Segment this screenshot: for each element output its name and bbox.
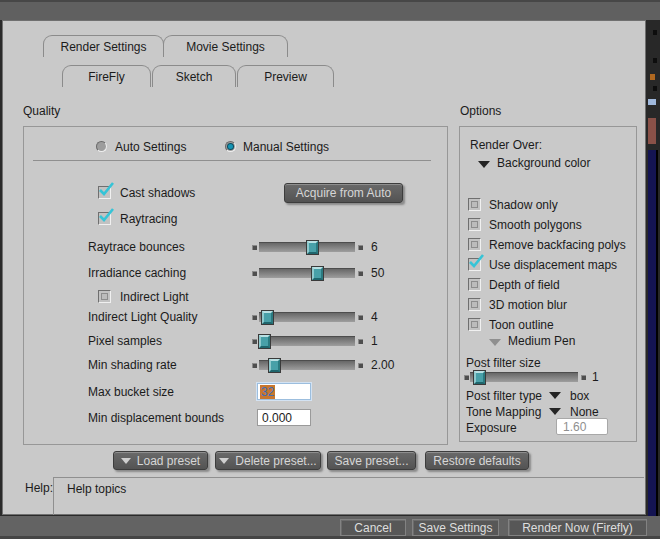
strip-tick [653, 86, 657, 91]
slider-end-cap [358, 339, 363, 344]
button-label: Save preset... [334, 454, 408, 468]
motion-blur-label: 3D motion blur [489, 298, 567, 312]
slider-handle[interactable] [259, 335, 270, 348]
use-displacement-maps-label: Use displacement maps [489, 258, 617, 272]
strip-decor [650, 74, 655, 80]
slider-handle[interactable] [269, 359, 280, 372]
slider-handle[interactable] [262, 311, 273, 324]
shadow-only-checkbox[interactable] [468, 198, 481, 211]
cast-shadows-checkbox[interactable] [98, 186, 111, 199]
pen-style-value[interactable]: Medium Pen [508, 334, 575, 348]
manual-settings-label: Manual Settings [243, 140, 329, 154]
indirect-light-quality-slider[interactable] [259, 312, 355, 322]
slider-handle[interactable] [474, 371, 485, 384]
button-label: Cancel [354, 521, 391, 535]
acquire-from-auto-button[interactable]: Acquire from Auto [284, 183, 403, 203]
tab-preview[interactable]: Preview [237, 65, 334, 87]
min-shading-rate-label: Min shading rate [88, 358, 177, 372]
chevron-down-icon[interactable] [489, 339, 501, 346]
toon-outline-checkbox[interactable] [468, 318, 481, 331]
chevron-down-icon [121, 458, 131, 464]
use-displacement-maps-checkbox[interactable] [468, 258, 481, 271]
save-settings-button[interactable]: Save Settings [412, 519, 499, 536]
slider-end-cap [252, 245, 257, 250]
cancel-button[interactable]: Cancel [340, 519, 406, 536]
slider-end-cap [358, 315, 363, 320]
auto-settings-radio[interactable] [96, 141, 107, 152]
post-filter-size-slider[interactable] [470, 372, 578, 382]
shadow-only-label: Shadow only [489, 198, 558, 212]
render-over-value[interactable]: Background color [497, 156, 590, 170]
tab-movie-settings[interactable]: Movie Settings [163, 35, 288, 57]
raytrace-bounces-slider[interactable] [259, 242, 355, 252]
tone-mapping-value[interactable]: None [570, 405, 599, 419]
post-filter-size-label: Post filter size [466, 356, 541, 370]
restore-defaults-button[interactable]: Restore defaults [425, 451, 529, 470]
irradiance-caching-slider[interactable] [259, 268, 355, 278]
slider-handle[interactable] [312, 267, 323, 280]
tab-render-settings[interactable]: Render Settings [43, 35, 164, 57]
check-icon [468, 254, 485, 269]
chevron-down-icon[interactable] [478, 161, 490, 168]
slider-end-cap [252, 271, 257, 276]
min-displacement-bounds-label: Min displacement bounds [88, 411, 224, 425]
depth-of-field-checkbox[interactable] [468, 278, 481, 291]
input-value: 1.60 [563, 420, 586, 434]
slider-end-cap [358, 271, 363, 276]
tab-label: FireFly [88, 70, 125, 84]
check-icon [98, 208, 115, 223]
raytracing-label: Raytracing [120, 212, 177, 226]
post-filter-type-value[interactable]: box [570, 389, 589, 403]
indirect-light-quality-value: 4 [371, 310, 378, 324]
strip-decor [648, 99, 656, 105]
quality-separator [33, 160, 431, 161]
indirect-light-label: Indirect Light [120, 290, 189, 304]
poser-render-settings-window: Render Settings Movie Settings FireFly S… [0, 0, 660, 539]
min-shading-rate-slider[interactable] [259, 360, 355, 370]
save-preset-button[interactable]: Save preset... [327, 451, 416, 470]
tab-sketch[interactable]: Sketch [152, 65, 236, 87]
smooth-polygons-label: Smooth polygons [489, 218, 582, 232]
slider-end-cap [358, 363, 363, 368]
remove-backfacing-checkbox[interactable] [468, 238, 481, 251]
tone-mapping-label: Tone Mapping [466, 405, 541, 419]
render-over-label: Render Over: [470, 138, 542, 152]
min-displacement-bounds-input[interactable]: 0.000 [257, 409, 311, 426]
raytrace-bounces-value: 6 [371, 240, 378, 254]
selected-text: 32 [260, 385, 275, 399]
manual-settings-radio[interactable] [225, 141, 236, 152]
button-label: Render Now (Firefly) [522, 521, 633, 535]
irradiance-caching-label: Irradiance caching [88, 266, 186, 280]
slider-end-cap [358, 245, 363, 250]
raytracing-checkbox[interactable] [98, 212, 111, 225]
indirect-light-quality-label: Indirect Light Quality [88, 310, 197, 324]
checkbox-inner [471, 241, 478, 248]
min-shading-rate-value: 2.00 [371, 358, 394, 372]
slider-end-cap [252, 363, 257, 368]
tab-firefly[interactable]: FireFly [62, 65, 151, 87]
help-topics-link[interactable]: Help topics [67, 482, 126, 496]
checkbox-inner [471, 321, 478, 328]
quality-section-title: Quality [23, 104, 60, 118]
delete-preset-button[interactable]: Delete preset... [215, 451, 321, 470]
smooth-polygons-checkbox[interactable] [468, 218, 481, 231]
render-now-button[interactable]: Render Now (Firefly) [508, 519, 647, 536]
cast-shadows-label: Cast shadows [120, 186, 195, 200]
motion-blur-checkbox[interactable] [468, 298, 481, 311]
button-label: Acquire from Auto [296, 186, 391, 200]
tab-label: Render Settings [60, 40, 146, 54]
chevron-down-icon[interactable] [549, 392, 561, 399]
raytrace-bounces-label: Raytrace bounces [88, 240, 185, 254]
help-group-box [53, 477, 644, 515]
depth-of-field-label: Depth of field [489, 278, 560, 292]
load-preset-button[interactable]: Load preset [113, 451, 208, 470]
toon-outline-label: Toon outline [489, 318, 554, 332]
indirect-light-checkbox[interactable] [98, 290, 111, 303]
chevron-down-icon[interactable] [549, 408, 561, 415]
exposure-input[interactable]: 1.60 [556, 418, 608, 435]
strip-decor [648, 118, 656, 144]
pixel-samples-slider[interactable] [259, 336, 355, 346]
slider-handle[interactable] [307, 241, 318, 254]
max-bucket-size-input[interactable]: 32 [257, 383, 311, 400]
background-scrollbar [648, 150, 658, 516]
